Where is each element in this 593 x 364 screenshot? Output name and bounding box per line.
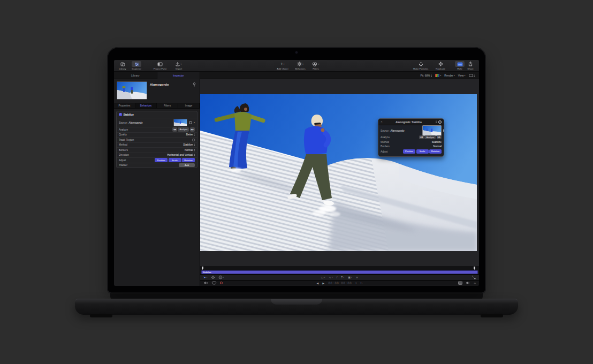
clip-title: Alamogordo (150, 83, 169, 86)
rectangle-tool[interactable]: ▭▾ (321, 276, 325, 279)
hud-source-thumbnail[interactable] (422, 125, 442, 136)
channels-control[interactable]: ▾ (435, 74, 441, 77)
inspector-button[interactable]: Inspector (129, 60, 144, 71)
hud-panel[interactable]: ✕ Alamogordo: Stabilize i Source:Alamogo… (378, 118, 444, 157)
render-menu[interactable]: Render ▾ (444, 74, 454, 77)
pane-tab-inspector[interactable]: Inspector (157, 72, 201, 79)
make-particles-icon (416, 61, 425, 67)
behaviors-button[interactable]: ▾ Behaviors (292, 60, 309, 71)
stepper-icon (194, 149, 195, 151)
hud-title-bar[interactable]: ✕ Alamogordo: Stabilize i (378, 119, 444, 125)
pin-icon[interactable] (193, 82, 196, 87)
adjust-position-button[interactable]: Position (155, 158, 168, 162)
transport-row: ◀ ▶ 00:00:00:00 ▾ ↻ ∞ (200, 280, 479, 285)
source-well-icon[interactable] (443, 129, 444, 132)
stepper-icon (194, 154, 195, 156)
hud-analyze-backward-button[interactable]: ◀◀ (419, 135, 424, 140)
canvas-image: ✕ Alamogordo: Stabilize i Source:Alamogo… (200, 94, 477, 251)
chevron-down-icon[interactable]: ▾ (355, 282, 356, 284)
hud-method-value[interactable]: Stabilize (432, 141, 442, 143)
analyze-backward-button[interactable]: ◀◀ (172, 127, 177, 132)
stepper-icon (194, 143, 195, 146)
close-tools-button[interactable]: ✕ (356, 276, 358, 279)
layout-control[interactable] (469, 74, 475, 77)
stepper-icon (431, 74, 432, 77)
text-tool[interactable]: T▾ (341, 276, 344, 279)
line-tool[interactable]: / (337, 276, 337, 279)
view-options-bar: Fit: 68% ▾ Render ▾ View ▾ (420, 72, 475, 79)
stepper-icon (194, 133, 195, 136)
stepper-icon[interactable] (436, 120, 437, 123)
add-object-button[interactable]: + ▾ Add Object (273, 60, 292, 71)
tracker-add-button[interactable]: Add (179, 163, 195, 167)
analyze-button[interactable]: Analyze (178, 127, 189, 132)
image-mask-tool[interactable]: ▣▾ (348, 276, 352, 279)
share-button[interactable]: Share (465, 60, 476, 71)
node-connection-icon[interactable] (472, 275, 476, 279)
source-thumbnail[interactable] (173, 119, 187, 126)
playhead-icon[interactable] (202, 267, 203, 270)
view-menu[interactable]: View ▾ (458, 74, 466, 77)
adjust-rotation-button[interactable]: Rotation (182, 158, 195, 162)
adjust-scale-button[interactable]: Scale (169, 158, 181, 162)
audio-icon[interactable] (466, 281, 470, 285)
timecode-display[interactable]: 00:00:00:00 (328, 281, 352, 285)
cycle-playback-icon[interactable]: ↻ (360, 282, 362, 285)
hud-borders-value[interactable]: Normal (434, 145, 442, 148)
pane-tab-library[interactable]: Library (114, 72, 157, 79)
import-icon: ▾ (174, 61, 184, 67)
play-button[interactable]: ▶ (322, 282, 324, 285)
import-button[interactable]: ▾ Import (172, 60, 186, 71)
hud-analyze-label: Analyze (381, 136, 390, 139)
hud-analyze-button[interactable]: Analyze (424, 135, 436, 140)
hud-adjust-rotation-button[interactable]: Rotation (429, 149, 442, 154)
previous-frame-button[interactable]: ◀ (316, 282, 318, 285)
track-region-label: Track Region (119, 139, 134, 141)
mini-timeline-scrubber[interactable] (200, 266, 479, 270)
analyze-forward-button[interactable]: ▶▶ (190, 127, 195, 132)
show-timeline-icon[interactable] (458, 281, 462, 285)
play-range-end-icon[interactable] (474, 267, 475, 270)
make-particles-button[interactable]: Make Particles (409, 60, 432, 71)
replicate-button[interactable]: Replicate (432, 60, 449, 71)
method-label: Method (119, 143, 127, 146)
filters-button[interactable]: ▾ Filters (309, 60, 323, 71)
project-pane-button[interactable]: Project Pane (149, 60, 171, 71)
tools-row: ➤ ▾ ▾ ▭▾ ∿▾ / (200, 274, 479, 280)
info-icon[interactable]: i (438, 120, 442, 124)
stabilize-title: Stabilize (124, 113, 134, 116)
library-button[interactable]: Library (116, 60, 129, 71)
source-value: Alamogordo (129, 122, 143, 124)
tab-filters[interactable]: Filters (157, 103, 178, 108)
clip-header: Alamogordo (114, 79, 200, 103)
hud-button[interactable]: HUD (454, 60, 465, 71)
tab-properties[interactable]: Properties (114, 103, 135, 108)
borders-popup[interactable]: Normal (185, 149, 195, 151)
method-popup[interactable]: Stabilize (183, 143, 195, 146)
timing-pane: Stabilize ➤ ▾ ▾ (200, 266, 479, 286)
track-region-checkbox[interactable] (192, 139, 195, 142)
hud-adjust-scale-button[interactable]: Scale (416, 149, 429, 154)
tab-image[interactable]: Image (178, 103, 200, 108)
hud-title: Alamogordo: Stabilize (383, 120, 435, 124)
clip-thumbnail[interactable] (117, 81, 147, 100)
bezier-tool[interactable]: ∿▾ (329, 276, 333, 279)
camera-icon (295, 51, 298, 54)
hud-adjust-position-button[interactable]: Position (403, 149, 415, 154)
canvas-area[interactable]: ✕ Alamogordo: Stabilize i Source:Alamogo… (200, 79, 479, 266)
hud-analyze-forward-button[interactable]: ▶▶ (437, 135, 442, 140)
chevron-down-icon: ▾ (464, 74, 465, 77)
behavior-timebar[interactable]: Stabilize (201, 270, 478, 274)
quality-popup[interactable]: Better (186, 133, 195, 136)
share-icon (466, 61, 475, 67)
direction-popup[interactable]: Horizontal and Vertical (168, 154, 195, 156)
tab-behaviors[interactable]: Behaviors (135, 103, 157, 108)
chevron-down-icon: ▾ (440, 74, 441, 77)
source-well-icon[interactable] (189, 121, 192, 124)
stabilize-enable-checkbox[interactable]: ✓ (119, 113, 122, 116)
hud-method-label: Method (381, 141, 389, 143)
fit-zoom-control[interactable]: Fit: 68% (420, 74, 432, 77)
link-icon[interactable]: ∞ (474, 282, 476, 285)
chevron-down-icon[interactable]: ▾ (194, 122, 195, 124)
color-channels-icon (435, 74, 439, 77)
